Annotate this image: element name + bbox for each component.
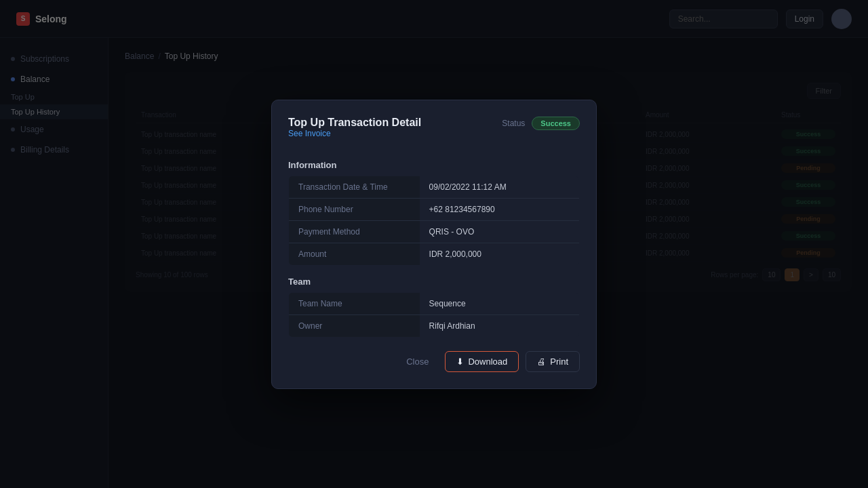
field-value: 09/02/2022 11:12 AM (420, 176, 580, 198)
see-invoice-link[interactable]: See Invoice (288, 129, 421, 138)
field-value: +62 81234567890 (420, 198, 580, 220)
field-value: IDR 2,000,000 (420, 243, 580, 265)
field-label: Owner (289, 314, 420, 337)
table-row: Team Name Sequence (289, 292, 580, 314)
table-row: Phone Number +62 81234567890 (289, 198, 580, 220)
print-icon: 🖨 (537, 357, 546, 367)
team-section-title: Team (288, 277, 580, 287)
modal-footer: Close ⬇ Download 🖨 Print (288, 351, 580, 372)
field-value: QRIS - OVO (420, 220, 580, 243)
print-button[interactable]: 🖨 Print (526, 351, 580, 372)
information-table: Transaction Date & Time 09/02/2022 11:12… (288, 176, 580, 266)
field-value: Sequence (420, 292, 580, 314)
status-badge-success: Success (532, 117, 580, 130)
field-label: Team Name (289, 292, 420, 314)
close-button[interactable]: Close (397, 352, 438, 371)
field-label: Transaction Date & Time (289, 176, 420, 198)
field-value: Rifqi Ardhian (420, 314, 580, 337)
print-label: Print (550, 357, 568, 367)
field-label: Amount (289, 243, 420, 265)
field-label: Phone Number (289, 198, 420, 220)
transaction-detail-modal: Top Up Transaction Detail See Invoice St… (271, 100, 597, 389)
modal-backdrop: Top Up Transaction Detail See Invoice St… (0, 0, 868, 488)
download-icon: ⬇ (456, 357, 464, 367)
table-row: Owner Rifqi Ardhian (289, 314, 580, 337)
information-section-title: Information (288, 160, 580, 170)
table-row: Amount IDR 2,000,000 (289, 243, 580, 265)
status-row: Status Success (502, 117, 580, 130)
table-row: Payment Method QRIS - OVO (289, 220, 580, 243)
modal-header: Top Up Transaction Detail See Invoice St… (288, 117, 580, 149)
modal-title-block: Top Up Transaction Detail See Invoice (288, 117, 421, 149)
table-row: Transaction Date & Time 09/02/2022 11:12… (289, 176, 580, 198)
download-button[interactable]: ⬇ Download (445, 351, 519, 372)
modal-title: Top Up Transaction Detail (288, 117, 421, 129)
team-table: Team Name Sequence Owner Rifqi Ardhian (288, 292, 580, 338)
download-label: Download (468, 357, 507, 367)
status-label: Status (502, 119, 525, 128)
field-label: Payment Method (289, 220, 420, 243)
